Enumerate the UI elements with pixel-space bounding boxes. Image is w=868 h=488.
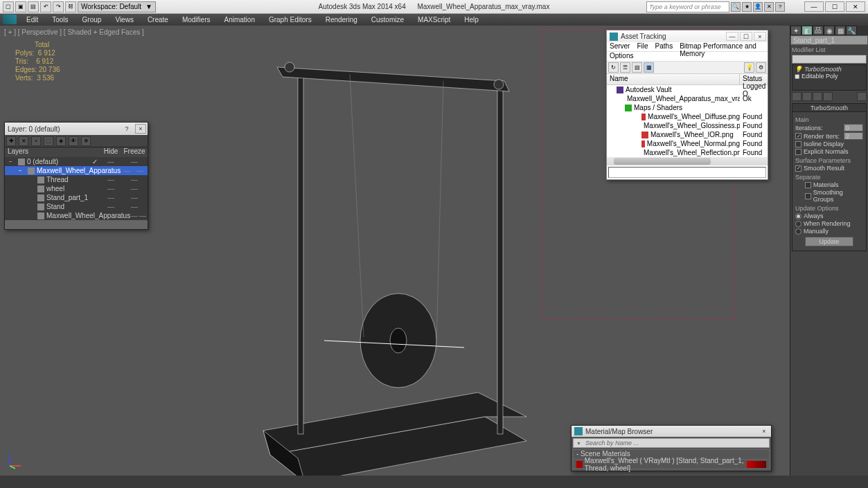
asset-panel-header[interactable]: Asset Tracking — ☐ × bbox=[607, 30, 768, 42]
asset-menu-paths[interactable]: Paths bbox=[655, 42, 673, 51]
layer-help-icon[interactable]: ? bbox=[121, 124, 132, 134]
radio-manually[interactable] bbox=[795, 228, 801, 235]
explicit-checkbox[interactable] bbox=[795, 149, 801, 155]
asset-tree-icon[interactable]: ☰ bbox=[620, 62, 630, 73]
minimize-button[interactable]: — bbox=[804, 1, 824, 12]
workspace-selector[interactable]: Workspace: Default ▼ bbox=[78, 1, 156, 12]
asset-row[interactable]: Maxwell's_Wheel_Normal.pngFound bbox=[607, 139, 768, 148]
asset-list-icon[interactable]: ▤ bbox=[632, 62, 642, 73]
object-name-field[interactable]: Stand_part_1 bbox=[790, 35, 868, 45]
asset-highlight-icon[interactable]: 💡 bbox=[744, 62, 754, 73]
radio-when-rendering[interactable] bbox=[795, 221, 801, 227]
smoothing-groups-checkbox[interactable] bbox=[805, 193, 811, 199]
rollout-turbosmooth-header[interactable]: TurboSmooth bbox=[792, 103, 867, 112]
menu-help[interactable]: Help bbox=[457, 16, 486, 24]
tab-utilities-icon[interactable]: 🔧 bbox=[846, 26, 857, 35]
help-icon[interactable]: ? bbox=[775, 2, 785, 12]
hl-sel-icon[interactable]: ◈ bbox=[56, 136, 66, 146]
help-search-input[interactable]: Type a keyword or phrase bbox=[646, 1, 729, 12]
modstack-turbosmooth[interactable]: 💡TurboSmooth bbox=[793, 66, 865, 73]
hide-unhide-icon[interactable]: 👁 bbox=[69, 136, 78, 146]
menu-customize[interactable]: Customize bbox=[364, 16, 411, 24]
asset-maximize-icon[interactable]: ☐ bbox=[740, 32, 752, 41]
qat-save-icon[interactable]: ▤ bbox=[28, 1, 39, 12]
freeze-icon[interactable]: ❄ bbox=[81, 136, 91, 146]
qat-redo-icon[interactable]: ↷ bbox=[53, 1, 64, 12]
search-go-icon[interactable]: 🔍 bbox=[731, 2, 741, 12]
comm-icon[interactable]: ★ bbox=[742, 2, 752, 12]
asset-table-icon[interactable]: ▦ bbox=[644, 62, 654, 73]
layer-row[interactable]: Maxwell_Wheel_Apparatus—— bbox=[5, 211, 148, 220]
radio-always[interactable] bbox=[795, 213, 801, 219]
layer-row[interactable]: Thread—— bbox=[5, 175, 148, 184]
delete-layer-icon[interactable]: ✕ bbox=[19, 136, 28, 146]
asset-menu-bitmap[interactable]: Bitmap Performance and Memory bbox=[680, 42, 765, 51]
layer-close-icon[interactable]: × bbox=[135, 124, 146, 134]
asset-row[interactable]: Maxwell's_Wheel_IOR.pngFound bbox=[607, 130, 768, 139]
layer-row[interactable]: wheel—— bbox=[5, 184, 148, 193]
viewport-label[interactable]: [ + ] [ Perspective ] [ Shaded + Edged F… bbox=[4, 28, 144, 36]
app-menu-icon[interactable] bbox=[3, 15, 17, 24]
select-hl-icon[interactable]: ⬚ bbox=[44, 136, 53, 146]
tab-motion-icon[interactable]: ◉ bbox=[824, 26, 835, 35]
pin-stack-icon[interactable] bbox=[792, 92, 801, 101]
asset-row[interactable]: Maxwell's_Wheel_Glossiness.pngFound bbox=[607, 121, 768, 130]
modifier-list-dropdown[interactable] bbox=[792, 55, 867, 64]
menu-tools[interactable]: Tools bbox=[45, 16, 75, 24]
layer-panel-header[interactable]: Layer: 0 (default) ? × bbox=[5, 123, 148, 135]
menu-maxscript[interactable]: MAXScript bbox=[411, 16, 457, 24]
materials-checkbox[interactable] bbox=[805, 182, 811, 188]
layer-row[interactable]: −0 (default)✓—— bbox=[5, 157, 148, 166]
iterations-spinner[interactable]: 0 bbox=[844, 124, 863, 132]
menu-views[interactable]: Views bbox=[108, 16, 141, 24]
close-button[interactable]: ✕ bbox=[846, 1, 865, 12]
new-layer-icon[interactable]: ✚ bbox=[6, 136, 16, 146]
menu-group[interactable]: Group bbox=[76, 16, 109, 24]
layer-row[interactable]: Stand—— bbox=[5, 202, 148, 211]
tab-create-icon[interactable]: ✦ bbox=[790, 26, 801, 35]
qat-open-icon[interactable]: ▣ bbox=[15, 1, 26, 12]
asset-minimize-icon[interactable]: — bbox=[726, 32, 738, 41]
material-close-icon[interactable]: × bbox=[759, 427, 770, 436]
qat-undo-icon[interactable]: ↶ bbox=[40, 1, 51, 12]
signin-icon[interactable]: 👤 bbox=[753, 2, 763, 12]
asset-prefs-icon[interactable]: ⚙ bbox=[756, 62, 766, 73]
asset-row[interactable]: Maps / Shaders bbox=[607, 103, 768, 112]
smooth-result-checkbox[interactable] bbox=[795, 165, 801, 172]
remove-modifier-icon[interactable] bbox=[823, 92, 833, 101]
material-panel-header[interactable]: Material/Map Browser × bbox=[572, 426, 771, 437]
render-iters-checkbox[interactable] bbox=[795, 133, 801, 139]
show-end-result-icon[interactable] bbox=[802, 92, 812, 101]
modifier-stack[interactable]: 💡TurboSmooth ◼Editable Poly bbox=[792, 64, 867, 91]
qat-new-icon[interactable]: ▢ bbox=[3, 1, 14, 12]
asset-menu-options[interactable]: Options bbox=[610, 52, 633, 61]
asset-row[interactable]: Maxwell_Wheel_Apparatus_max_vray.maxOk bbox=[607, 94, 768, 103]
make-unique-icon[interactable] bbox=[813, 92, 822, 101]
asset-row[interactable]: Maxwell's_Wheel_Reflection.pngFound bbox=[607, 148, 768, 157]
update-button[interactable]: Update bbox=[805, 237, 853, 246]
material-search-input[interactable]: ▼ Search by Name ... bbox=[573, 438, 770, 448]
menu-edit[interactable]: Edit bbox=[19, 16, 45, 24]
col-hide[interactable]: Hide bbox=[100, 147, 121, 157]
layer-row[interactable]: −Maxwell_Wheel_Apparatus—— bbox=[5, 166, 148, 175]
tab-hierarchy-icon[interactable]: 品 bbox=[813, 26, 824, 35]
asset-menu-server[interactable]: Server bbox=[610, 42, 630, 51]
material-item[interactable]: Maxwell's_Wheel ( VRayMtl ) [Stand, Stan… bbox=[574, 459, 769, 469]
col-freeze[interactable]: Freeze bbox=[121, 147, 148, 157]
menu-modifiers[interactable]: Modifiers bbox=[175, 16, 218, 24]
layer-row[interactable]: Stand_part_1—— bbox=[5, 193, 148, 202]
menu-animation[interactable]: Animation bbox=[217, 16, 261, 24]
modstack-editable-poly[interactable]: ◼Editable Poly bbox=[793, 73, 865, 80]
asset-col-name[interactable]: Name bbox=[607, 74, 740, 84]
asset-menu-file[interactable]: File bbox=[637, 42, 648, 51]
asset-close-icon[interactable]: × bbox=[754, 32, 766, 41]
tab-display-icon[interactable]: ▦ bbox=[835, 26, 846, 35]
search-options-icon[interactable]: ▼ bbox=[576, 441, 583, 446]
render-iters-spinner[interactable]: 2 bbox=[844, 132, 863, 140]
tab-modify-icon[interactable]: ◧ bbox=[801, 26, 813, 35]
asset-refresh-icon[interactable]: ↻ bbox=[608, 62, 619, 73]
asset-row[interactable]: Autodesk VaultLogged O bbox=[607, 85, 768, 94]
asset-scrollbar-h[interactable] bbox=[607, 157, 768, 165]
exchange-icon[interactable]: ✕ bbox=[764, 2, 774, 12]
menu-graph-editors[interactable]: Graph Editors bbox=[262, 16, 319, 24]
